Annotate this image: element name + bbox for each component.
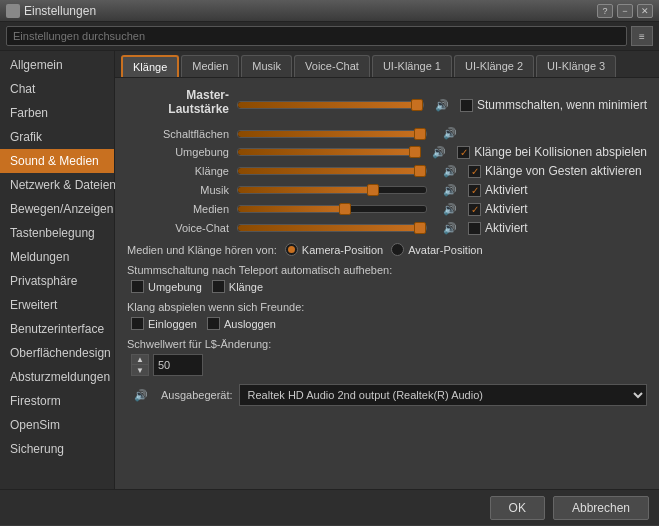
sidebar-item-benutzerinterface[interactable]: Benutzerinterface (0, 317, 114, 341)
sidebar-item-bewegen[interactable]: Bewegen/Anzeigen (0, 197, 114, 221)
sidebar: Allgemein Chat Farben Grafik Sound & Med… (0, 51, 115, 489)
master-volume-track[interactable] (237, 101, 424, 109)
medien-fill (238, 206, 351, 212)
klaenge-row: Klänge 🔊 Klänge von Gesten aktivieren (127, 164, 647, 178)
einloggen-label: Einloggen (148, 318, 197, 330)
medien-volume-icon: 🔊 (440, 203, 460, 216)
schaltflaechen-fill (238, 131, 426, 137)
sidebar-item-tastenbelegung[interactable]: Tastenbelegung (0, 221, 114, 245)
sidebar-item-sound-medien[interactable]: Sound & Medien (0, 149, 114, 173)
stummschalten-minimiert-cb[interactable] (460, 99, 473, 112)
stummschalten-minimiert-label: Stummschalten, wenn minimiert (477, 98, 647, 112)
sidebar-item-absturzmeldungen[interactable]: Absturzmeldungen (0, 365, 114, 389)
schaltflaechen-volume-icon: 🔊 (440, 127, 460, 140)
abbrechen-button[interactable]: Abbrechen (553, 496, 649, 520)
umgebung-teleport-cb[interactable] (131, 280, 144, 293)
umgebung-thumb[interactable] (409, 146, 421, 158)
ausloggen-cb[interactable] (207, 317, 220, 330)
ausgabe-row: 🔊 Ausgabegerät: Realtek HD Audio 2nd out… (127, 384, 647, 406)
schaltflaechen-track[interactable] (237, 130, 427, 138)
medien-track[interactable] (237, 205, 427, 213)
umgebung-fill (238, 149, 420, 155)
sidebar-item-oberflaechendesign[interactable]: Oberflächendesign (0, 341, 114, 365)
tab-ui-klaenge1[interactable]: UI-Klänge 1 (372, 55, 452, 77)
umgebung-slider-container (237, 148, 421, 156)
medien-controls: 🔊 Aktiviert (237, 202, 647, 216)
tab-musik[interactable]: Musik (241, 55, 292, 77)
kamera-position-label: Kamera-Position (302, 244, 383, 256)
kamera-position-radio-btn[interactable] (285, 243, 298, 256)
ausloggen-cb-row: Ausloggen (207, 317, 276, 330)
sidebar-item-erweitert[interactable]: Erweitert (0, 293, 114, 317)
klang-kollisionen-cb[interactable] (457, 146, 470, 159)
master-volume-thumb[interactable] (411, 99, 423, 111)
klang-kollisionen-label: Klänge bei Kollisionen abspielen (474, 145, 647, 159)
medien-aktiviert-cb[interactable] (468, 203, 481, 216)
voicechat-thumb[interactable] (414, 222, 426, 234)
schwellwert-spin-up[interactable]: ▲ (132, 355, 148, 365)
avatar-position-radio-btn[interactable] (391, 243, 404, 256)
umgebung-controls: 🔊 Klänge bei Kollisionen abspielen (237, 145, 647, 159)
sidebar-item-netzwerk[interactable]: Netzwerk & Dateien (0, 173, 114, 197)
musik-fill (238, 187, 379, 193)
schwellwert-label: Schwellwert für L$-Änderung: (127, 338, 647, 350)
klaenge-teleport-cb[interactable] (212, 280, 225, 293)
schwellwert-section: Schwellwert für L$-Änderung: ▲ ▼ (127, 338, 647, 376)
search-button[interactable]: ≡ (631, 26, 653, 46)
minimize-button[interactable]: − (617, 4, 633, 18)
help-button[interactable]: ? (597, 4, 613, 18)
schaltflaechen-thumb[interactable] (414, 128, 426, 140)
sidebar-item-meldungen[interactable]: Meldungen (0, 245, 114, 269)
voicechat-track[interactable] (237, 224, 427, 232)
tab-ui-klaenge3[interactable]: UI-Klänge 3 (536, 55, 616, 77)
sidebar-item-opensim[interactable]: OpenSim (0, 413, 114, 437)
umgebung-teleport-label: Umgebung (148, 281, 202, 293)
tab-voice-chat[interactable]: Voice-Chat (294, 55, 370, 77)
klaenge-controls: 🔊 Klänge von Gesten aktivieren (237, 164, 647, 178)
search-input[interactable] (6, 26, 627, 46)
musik-aktiviert-cb[interactable] (468, 184, 481, 197)
master-volume-icon: 🔊 (432, 99, 452, 112)
kamera-position-radio[interactable]: Kamera-Position (285, 243, 383, 256)
close-button[interactable]: ✕ (637, 4, 653, 18)
sidebar-item-farben[interactable]: Farben (0, 101, 114, 125)
umgebung-row: Umgebung 🔊 Klänge bei Kollisionen abspie… (127, 145, 647, 159)
schaltflaechen-controls: 🔊 (237, 127, 647, 140)
umgebung-track[interactable] (237, 148, 421, 156)
voicechat-label: Voice-Chat (127, 222, 237, 234)
sidebar-item-privatsphaere[interactable]: Privatsphäre (0, 269, 114, 293)
musik-thumb[interactable] (367, 184, 379, 196)
search-bar: ≡ (0, 22, 659, 51)
musik-slider-container (237, 186, 432, 194)
klaenge-track[interactable] (237, 167, 427, 175)
umgebung-cb-row: Umgebung (131, 280, 202, 293)
klaenge-thumb[interactable] (414, 165, 426, 177)
medien-aktiviert-label: Aktiviert (485, 202, 528, 216)
tab-klaenge[interactable]: Klänge (121, 55, 179, 77)
schwellwert-input[interactable] (153, 354, 203, 376)
sidebar-item-grafik[interactable]: Grafik (0, 125, 114, 149)
klaenge-slider-container (237, 167, 432, 175)
voicechat-aktiviert-label: Aktiviert (485, 221, 528, 235)
klang-freunde-section: Klang abspielen wenn sich Freunde: Einlo… (127, 301, 647, 330)
sidebar-item-allgemein[interactable]: Allgemein (0, 53, 114, 77)
tab-medien[interactable]: Medien (181, 55, 239, 77)
content-area: Klänge Medien Musik Voice-Chat UI-Klänge… (115, 51, 659, 489)
stumm-teleport-checkboxes: Umgebung Klänge (131, 280, 647, 293)
schwellwert-spin-down[interactable]: ▼ (132, 365, 148, 375)
klang-gesten-cb[interactable] (468, 165, 481, 178)
avatar-position-radio[interactable]: Avatar-Position (391, 243, 482, 256)
einloggen-cb[interactable] (131, 317, 144, 330)
tab-ui-klaenge2[interactable]: UI-Klänge 2 (454, 55, 534, 77)
sidebar-item-sicherung[interactable]: Sicherung (0, 437, 114, 461)
master-volume-slider-container (237, 101, 424, 109)
musik-track[interactable] (237, 186, 427, 194)
sidebar-item-chat[interactable]: Chat (0, 77, 114, 101)
sidebar-item-firestorm[interactable]: Firestorm (0, 389, 114, 413)
medien-thumb[interactable] (339, 203, 351, 215)
master-volume-controls: 🔊 Stummschalten, wenn minimiert (237, 98, 647, 112)
voicechat-aktiviert-cb[interactable] (468, 222, 481, 235)
ok-button[interactable]: OK (490, 496, 545, 520)
ausgabe-select[interactable]: Realtek HD Audio 2nd output (Realtek(R) … (239, 384, 647, 406)
master-volume-fill (238, 102, 423, 108)
